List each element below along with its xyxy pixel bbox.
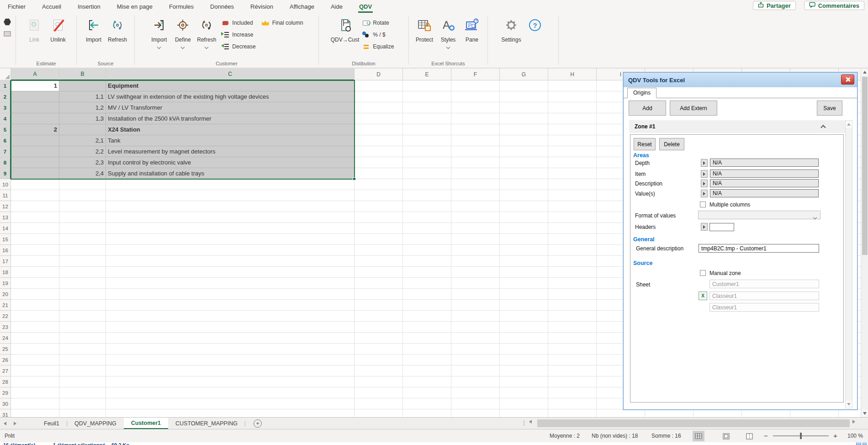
tab-accueil[interactable]: Accueil bbox=[41, 1, 62, 13]
protect-button[interactable]: Protect bbox=[413, 13, 436, 68]
cell-C5[interactable]: X24 Station bbox=[106, 124, 355, 135]
zoom-slider-handle[interactable] bbox=[800, 433, 802, 439]
cell-D13[interactable] bbox=[355, 212, 403, 223]
cell-D2[interactable] bbox=[355, 91, 403, 102]
row-header-20[interactable]: 20 bbox=[0, 289, 11, 300]
cell-H18[interactable] bbox=[548, 267, 597, 278]
cell-B4[interactable]: 1,3 bbox=[59, 113, 106, 124]
zone-scroll-down[interactable] bbox=[846, 401, 852, 408]
cell-H28[interactable] bbox=[548, 376, 597, 387]
unlink-button[interactable]: Unlink bbox=[46, 13, 70, 68]
cell-F11[interactable] bbox=[451, 190, 500, 201]
cell-G19[interactable] bbox=[500, 278, 548, 289]
cell-H7[interactable] bbox=[548, 146, 597, 157]
cell-C28[interactable] bbox=[106, 376, 355, 387]
cell-D23[interactable] bbox=[355, 322, 403, 333]
cell-B12[interactable] bbox=[59, 201, 106, 212]
cell-B6[interactable]: 2,1 bbox=[59, 135, 106, 146]
cell-A23[interactable] bbox=[11, 322, 59, 333]
cell-A26[interactable] bbox=[11, 355, 59, 366]
cell-K31[interactable] bbox=[693, 409, 742, 417]
cell-C8[interactable]: Input control by electronic valve bbox=[106, 157, 355, 168]
cell-B16[interactable] bbox=[59, 245, 106, 256]
cell-E3[interactable] bbox=[403, 102, 451, 113]
cell-E26[interactable] bbox=[403, 355, 451, 366]
cell-E18[interactable] bbox=[403, 267, 451, 278]
cell-E6[interactable] bbox=[403, 135, 451, 146]
cell-D1[interactable] bbox=[355, 80, 403, 91]
cell-C20[interactable] bbox=[106, 289, 355, 300]
cell-M31[interactable] bbox=[790, 409, 839, 417]
cell-F24[interactable] bbox=[451, 333, 500, 344]
cell-I31[interactable] bbox=[597, 409, 645, 417]
row-header-19[interactable]: 19 bbox=[0, 278, 11, 289]
customer-import-button[interactable]: Import bbox=[147, 13, 171, 68]
cell-F3[interactable] bbox=[451, 102, 500, 113]
cell-A18[interactable] bbox=[11, 267, 59, 278]
tab-revision[interactable]: Révision bbox=[249, 1, 274, 13]
cell-H22[interactable] bbox=[548, 311, 597, 322]
cell-H19[interactable] bbox=[548, 278, 597, 289]
cell-E31[interactable] bbox=[403, 409, 451, 417]
share-button[interactable]: Partager bbox=[753, 1, 796, 10]
cell-H20[interactable] bbox=[548, 289, 597, 300]
cell-G28[interactable] bbox=[500, 376, 548, 387]
column-header-A[interactable]: A bbox=[11, 69, 59, 80]
cell-E25[interactable] bbox=[403, 344, 451, 355]
zone-header[interactable]: Zone #1 bbox=[629, 120, 846, 133]
cell-A4[interactable] bbox=[11, 113, 59, 124]
cell-A13[interactable] bbox=[11, 212, 59, 223]
cell-H26[interactable] bbox=[548, 355, 597, 366]
cell-D16[interactable] bbox=[355, 245, 403, 256]
cell-H23[interactable] bbox=[548, 322, 597, 333]
included-button[interactable]: Included bbox=[218, 18, 258, 27]
cell-H15[interactable] bbox=[548, 234, 597, 245]
cell-B24[interactable] bbox=[59, 333, 106, 344]
column-header-C[interactable]: C bbox=[106, 69, 355, 80]
cell-A14[interactable] bbox=[11, 223, 59, 234]
cell-F13[interactable] bbox=[451, 212, 500, 223]
cell-H21[interactable] bbox=[548, 300, 597, 311]
sheet-tab-feuil1[interactable]: Feuil1 bbox=[37, 418, 67, 429]
cell-F16[interactable] bbox=[451, 245, 500, 256]
cell-D9[interactable] bbox=[355, 168, 403, 179]
help-button[interactable]: ? bbox=[523, 13, 547, 68]
cell-E5[interactable] bbox=[403, 124, 451, 135]
hscroll-left-button[interactable] bbox=[529, 420, 532, 424]
cell-E15[interactable] bbox=[403, 234, 451, 245]
new-sheet-button[interactable]: + bbox=[254, 419, 262, 428]
cell-C30[interactable] bbox=[106, 398, 355, 409]
cell-B17[interactable] bbox=[59, 256, 106, 267]
cell-A28[interactable] bbox=[11, 376, 59, 387]
cell-H1[interactable] bbox=[548, 80, 597, 91]
cell-C2[interactable]: LV swithgear in extension of the existin… bbox=[106, 91, 355, 102]
cell-F25[interactable] bbox=[451, 344, 500, 355]
comments-button[interactable]: Commentaires bbox=[804, 1, 864, 10]
cell-B26[interactable] bbox=[59, 355, 106, 366]
cell-F10[interactable] bbox=[451, 179, 500, 190]
cell-E1[interactable] bbox=[403, 80, 451, 91]
final-column-button[interactable]: Final column bbox=[259, 18, 306, 27]
cell-F8[interactable] bbox=[451, 157, 500, 168]
cell-D22[interactable] bbox=[355, 311, 403, 322]
cell-B22[interactable] bbox=[59, 311, 106, 322]
cell-E29[interactable] bbox=[403, 387, 451, 398]
row-header-23[interactable]: 23 bbox=[0, 322, 11, 333]
hscroll-right-button[interactable] bbox=[852, 420, 855, 424]
cell-E4[interactable] bbox=[403, 113, 451, 124]
cell-B10[interactable] bbox=[59, 179, 106, 190]
tab-aide[interactable]: Aide bbox=[330, 1, 344, 13]
cell-C25[interactable] bbox=[106, 344, 355, 355]
cell-C22[interactable] bbox=[106, 311, 355, 322]
cell-C11[interactable] bbox=[106, 190, 355, 201]
cell-F20[interactable] bbox=[451, 289, 500, 300]
cell-E11[interactable] bbox=[403, 190, 451, 201]
define-button[interactable]: Define bbox=[171, 13, 195, 68]
cell-A27[interactable] bbox=[11, 366, 59, 376]
cell-A11[interactable] bbox=[11, 190, 59, 201]
cell-H29[interactable] bbox=[548, 387, 597, 398]
cell-A16[interactable] bbox=[11, 245, 59, 256]
scroll-down-button[interactable] bbox=[861, 410, 868, 417]
cell-E10[interactable] bbox=[403, 179, 451, 190]
dialog-close-button[interactable] bbox=[841, 74, 854, 85]
